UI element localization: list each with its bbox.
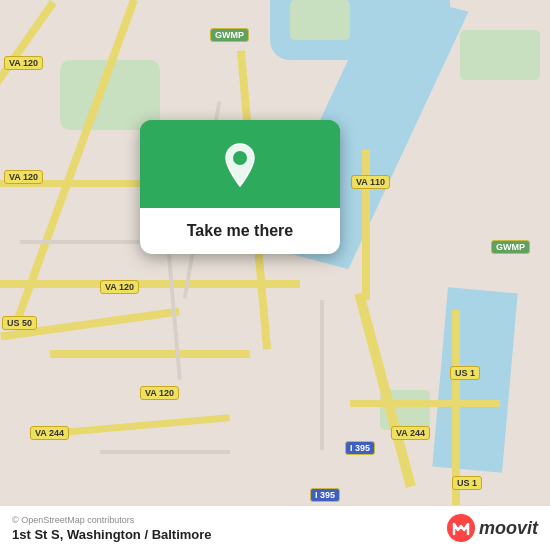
road-label-va120: VA 120 [100,280,139,294]
road [350,400,500,407]
bottom-left-info: © OpenStreetMap contributors 1st St S, W… [12,515,212,542]
take-me-there-button[interactable]: Take me there [140,208,340,254]
map-container[interactable]: VA 120 VA 120 VA 120 VA 120 VA 110 VA 24… [0,0,550,550]
road-va120 [0,280,300,288]
road-label-va120: VA 120 [140,386,179,400]
road-label-i395: I 395 [345,441,375,455]
copyright-text: © OpenStreetMap contributors [12,515,212,525]
location-pin-icon [214,140,266,192]
road-label-va120: VA 120 [4,56,43,70]
svg-point-0 [233,151,247,165]
road-label-va110: VA 110 [351,175,390,189]
road-label-va120: VA 120 [4,170,43,184]
bottom-bar: © OpenStreetMap contributors 1st St S, W… [0,505,550,550]
road-label-us50: US 50 [2,316,37,330]
road-label-gwmp: GWMP [210,28,249,42]
road-small [100,450,230,454]
popup-card: Take me there [140,120,340,254]
moovit-brand-text: moovit [479,518,538,539]
road-small [320,300,324,450]
road-va110 [362,150,370,300]
park-area [460,30,540,80]
road-label-gwmp: GWMP [491,240,530,254]
road [50,350,250,358]
road-label-us1: US 1 [450,366,480,380]
park-area [290,0,350,40]
road-label-va244: VA 244 [391,426,430,440]
road-label-va244: VA 244 [30,426,69,440]
location-name: 1st St S, Washington / Baltimore [12,527,212,542]
moovit-logo: moovit [447,514,538,542]
moovit-m-icon [447,514,475,542]
popup-icon-area [140,120,340,208]
road-label-i395: I 395 [310,488,340,502]
road-label-us1: US 1 [452,476,482,490]
